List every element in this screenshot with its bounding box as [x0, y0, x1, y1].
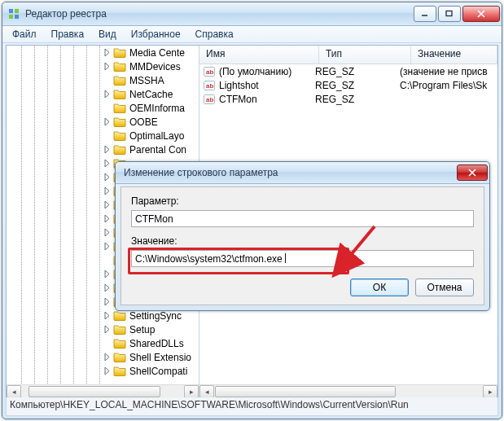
scroll-left-button[interactable]: ◂	[7, 385, 21, 398]
list-row[interactable]: CTFMonREG_SZ	[199, 92, 497, 106]
col-value[interactable]: Значение	[411, 46, 497, 64]
param-input	[131, 210, 474, 227]
value-name: (По умолчанию)	[219, 66, 291, 77]
scroll-left-button[interactable]: ◂	[199, 385, 214, 398]
expander-icon[interactable]	[103, 145, 112, 154]
string-value-icon	[203, 65, 216, 78]
menu-help[interactable]: Справка	[189, 27, 240, 42]
expander-icon[interactable]	[103, 325, 112, 334]
statusbar: Компьютер\HKEY_LOCAL_MACHINE\SOFTWARE\Mi…	[6, 397, 498, 416]
value-type: REG_SZ	[309, 80, 393, 91]
ok-button[interactable]: ОК	[350, 278, 409, 296]
dialog-close-button[interactable]	[457, 164, 488, 181]
tree-item[interactable]: OEMInforma	[103, 101, 199, 115]
tree-item-label: MMDevices	[129, 61, 181, 72]
tree-item-label: Shell Extensio	[129, 352, 191, 363]
maximize-button[interactable]	[438, 6, 461, 22]
cancel-button[interactable]: Отмена	[415, 278, 474, 296]
edit-string-dialog: Изменение строкового параметра Параметр:…	[115, 161, 490, 311]
value-data: (значение не присв	[393, 66, 497, 77]
expander-icon[interactable]	[103, 214, 112, 223]
value-data: C:\Program Files\Sk	[393, 80, 497, 91]
menu-edit[interactable]: Правка	[45, 27, 91, 42]
scroll-right-button[interactable]: ▸	[184, 385, 199, 398]
list-row[interactable]: LightshotREG_SZC:\Program Files\Sk	[199, 78, 497, 92]
tree-item[interactable]: ShellCompati	[103, 364, 199, 378]
expander-icon[interactable]	[103, 173, 112, 182]
expander-icon[interactable]	[103, 200, 112, 209]
folder-icon	[113, 310, 126, 321]
expander-icon[interactable]	[103, 48, 112, 57]
tree-item[interactable]: SharedDLLs	[103, 336, 199, 350]
tree-item-label: NetCache	[129, 89, 173, 100]
tree-hscroll[interactable]: ◂ ▸	[7, 384, 199, 398]
folder-icon	[113, 338, 126, 349]
param-label: Параметр:	[131, 195, 474, 207]
tree-item-label: SharedDLLs	[129, 338, 184, 349]
tree-item[interactable]: NetCache	[103, 87, 199, 101]
expander-icon[interactable]	[103, 186, 112, 195]
folder-icon	[113, 144, 126, 155]
value-label: Значение:	[131, 235, 474, 247]
tree-item[interactable]: Setup	[103, 322, 199, 336]
folder-icon	[113, 89, 126, 99]
folder-icon	[113, 324, 126, 335]
list-hscroll[interactable]: ◂ ▸	[199, 384, 497, 398]
tree-item-label: Setup	[129, 324, 155, 335]
expander-icon[interactable]	[103, 283, 112, 292]
close-button[interactable]	[462, 6, 500, 22]
tree-item[interactable]: MMDevices	[103, 59, 199, 73]
expander-none	[103, 76, 112, 85]
tree-item-label: MSSHA	[129, 75, 164, 86]
expander-icon[interactable]	[103, 159, 112, 168]
tree-item[interactable]: OOBE	[103, 115, 199, 129]
expander-icon[interactable]	[103, 242, 112, 251]
value-name: CTFMon	[219, 94, 257, 105]
tree-item-label: OOBE	[129, 116, 158, 128]
tree-item[interactable]: Media Cente	[103, 46, 199, 59]
expander-icon[interactable]	[103, 228, 112, 237]
folder-icon	[113, 61, 126, 72]
expander-none	[103, 256, 112, 265]
list-row[interactable]: (По умолчанию)REG_SZ(значение не присв	[199, 64, 497, 78]
expander-none	[103, 103, 112, 112]
folder-icon	[113, 130, 126, 141]
expander-icon[interactable]	[103, 297, 112, 306]
expander-icon[interactable]	[103, 366, 112, 375]
value-type: REG_SZ	[309, 66, 393, 77]
tree-item[interactable]: OptimalLayo	[103, 129, 199, 143]
expander-icon[interactable]	[103, 62, 112, 71]
expander-icon[interactable]	[103, 90, 112, 99]
expander-icon[interactable]	[103, 270, 112, 278]
dialog-titlebar[interactable]: Изменение строкового параметра	[116, 162, 489, 184]
tree-item-label: SettingSync	[129, 310, 182, 322]
expander-icon[interactable]	[103, 117, 112, 126]
expander-none	[103, 131, 112, 140]
scroll-right-button[interactable]: ▸	[483, 385, 497, 398]
tree-item[interactable]: Shell Extensio	[103, 350, 199, 364]
col-type[interactable]: Тип	[319, 46, 411, 64]
tree-item-label: Parental Con	[129, 144, 186, 156]
dialog-body: Параметр: Значение: | ОК Отмена	[121, 186, 484, 305]
minimize-button[interactable]	[414, 6, 436, 22]
value-input[interactable]	[131, 250, 474, 267]
window-title: Редактор реестра	[25, 8, 414, 20]
expander-icon[interactable]	[103, 311, 112, 320]
menu-file[interactable]: Файл	[6, 27, 43, 42]
menu-view[interactable]: Вид	[92, 27, 123, 42]
menu-fav[interactable]: Избранное	[125, 27, 187, 42]
folder-icon	[113, 116, 126, 127]
titlebar[interactable]: Редактор реестра	[2, 2, 502, 26]
tree-item[interactable]: MSSHA	[103, 73, 199, 87]
menubar: Файл Правка Вид Избранное Справка	[2, 26, 502, 43]
folder-icon	[113, 352, 126, 362]
tree-item[interactable]: Parental Con	[103, 143, 199, 156]
col-name[interactable]: Имя	[199, 46, 319, 64]
string-value-icon	[203, 79, 216, 92]
scroll-thumb[interactable]	[28, 386, 160, 397]
list-header[interactable]: Имя Тип Значение	[199, 46, 497, 64]
folder-icon	[113, 47, 126, 58]
tree-item-label: ShellCompati	[129, 366, 187, 377]
expander-icon[interactable]	[103, 353, 112, 362]
scroll-thumb[interactable]	[215, 386, 396, 397]
